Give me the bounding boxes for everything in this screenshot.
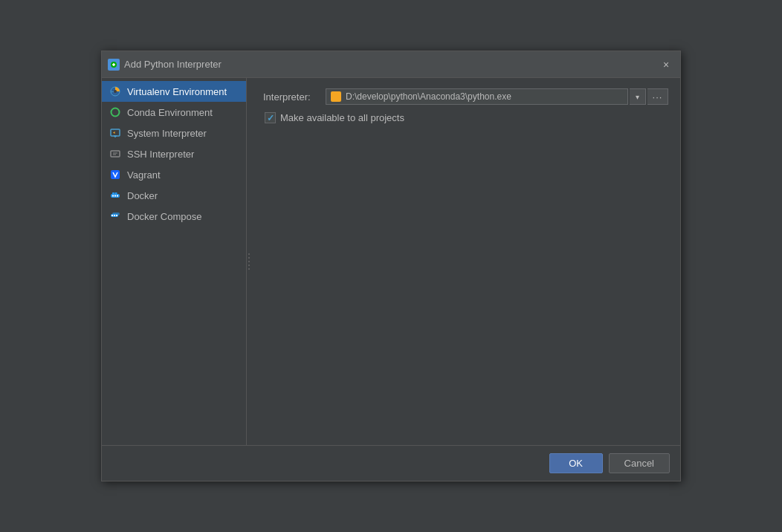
sidebar-item-ssh[interactable]: SSH Interpreter bbox=[102, 143, 246, 164]
vagrant-icon bbox=[109, 169, 121, 181]
dialog-title: Add Python Interpreter bbox=[124, 59, 222, 70]
resize-handle[interactable] bbox=[247, 78, 251, 445]
svg-rect-15 bbox=[114, 195, 116, 197]
title-bar-left: Add Python Interpreter bbox=[108, 59, 222, 71]
docker-compose-icon bbox=[109, 210, 121, 222]
add-python-interpreter-dialog: Add Python Interpreter × Virtualenv Envi… bbox=[101, 51, 681, 481]
sidebar-item-vagrant[interactable]: Vagrant bbox=[102, 164, 246, 185]
main-content: Interpreter: D:\develop\python\Anaconda3… bbox=[251, 78, 680, 445]
sidebar-item-docker[interactable]: Docker bbox=[102, 185, 246, 206]
sidebar-item-label-vagrant: Vagrant bbox=[127, 169, 161, 181]
sidebar-item-label-conda: Conda Environment bbox=[127, 107, 213, 118]
sidebar-item-label-docker-compose: Docker Compose bbox=[127, 211, 201, 222]
docker-icon bbox=[109, 189, 121, 201]
sidebar-item-label-docker: Docker bbox=[127, 190, 158, 201]
dialog-footer: OK Cancel bbox=[102, 445, 680, 481]
dialog-icon bbox=[108, 59, 120, 71]
sidebar-item-conda[interactable]: Conda Environment bbox=[102, 102, 246, 123]
sidebar-item-virtualenv[interactable]: Virtualenv Environment bbox=[102, 81, 246, 102]
sidebar-item-label-system: System Interpreter bbox=[127, 128, 207, 139]
python-icon bbox=[331, 91, 341, 102]
interpreter-input[interactable]: D:\develop\python\Anaconda3\python.exe bbox=[326, 88, 628, 105]
interpreter-input-container: D:\develop\python\Anaconda3\python.exe ▾… bbox=[326, 88, 668, 105]
sidebar-item-system[interactable]: System Interpreter bbox=[102, 123, 246, 143]
dialog-body: Virtualenv Environment Conda Environment bbox=[102, 78, 680, 445]
conda-icon bbox=[109, 106, 121, 118]
ok-button[interactable]: OK bbox=[549, 453, 603, 473]
sidebar-item-label-ssh: SSH Interpreter bbox=[127, 149, 194, 160]
sidebar-item-docker-compose[interactable]: Docker Compose bbox=[102, 206, 246, 227]
close-button[interactable]: × bbox=[658, 56, 674, 73]
svg-rect-13 bbox=[115, 192, 117, 195]
svg-rect-20 bbox=[114, 215, 115, 216]
make-available-checkbox[interactable]: ✓ bbox=[265, 112, 276, 123]
svg-point-3 bbox=[112, 108, 120, 117]
system-icon bbox=[109, 127, 121, 139]
make-available-label: Make available to all projects bbox=[280, 112, 404, 123]
ssh-icon bbox=[109, 148, 121, 160]
interpreter-row: Interpreter: D:\develop\python\Anaconda3… bbox=[263, 88, 668, 105]
interpreter-path: D:\develop\python\Anaconda3\python.exe bbox=[346, 91, 511, 102]
svg-rect-19 bbox=[112, 215, 113, 216]
title-bar: Add Python Interpreter × bbox=[102, 51, 680, 78]
svg-rect-7 bbox=[111, 151, 120, 157]
svg-rect-21 bbox=[116, 215, 117, 216]
interpreter-browse-button[interactable]: ··· bbox=[647, 88, 668, 105]
svg-rect-4 bbox=[111, 129, 120, 136]
sidebar-item-label-virtualenv: Virtualenv Environment bbox=[127, 86, 227, 97]
svg-point-2 bbox=[114, 90, 117, 93]
svg-rect-16 bbox=[117, 195, 118, 197]
checkbox-check-mark: ✓ bbox=[267, 113, 274, 123]
sidebar: Virtualenv Environment Conda Environment bbox=[102, 78, 247, 445]
interpreter-label: Interpreter: bbox=[263, 91, 320, 103]
cancel-button[interactable]: Cancel bbox=[609, 453, 670, 473]
virtualenv-icon bbox=[109, 85, 121, 97]
svg-rect-14 bbox=[112, 195, 114, 197]
svg-rect-12 bbox=[112, 192, 114, 195]
make-available-row: ✓ Make available to all projects bbox=[263, 112, 668, 123]
interpreter-dropdown-button[interactable]: ▾ bbox=[630, 88, 646, 105]
